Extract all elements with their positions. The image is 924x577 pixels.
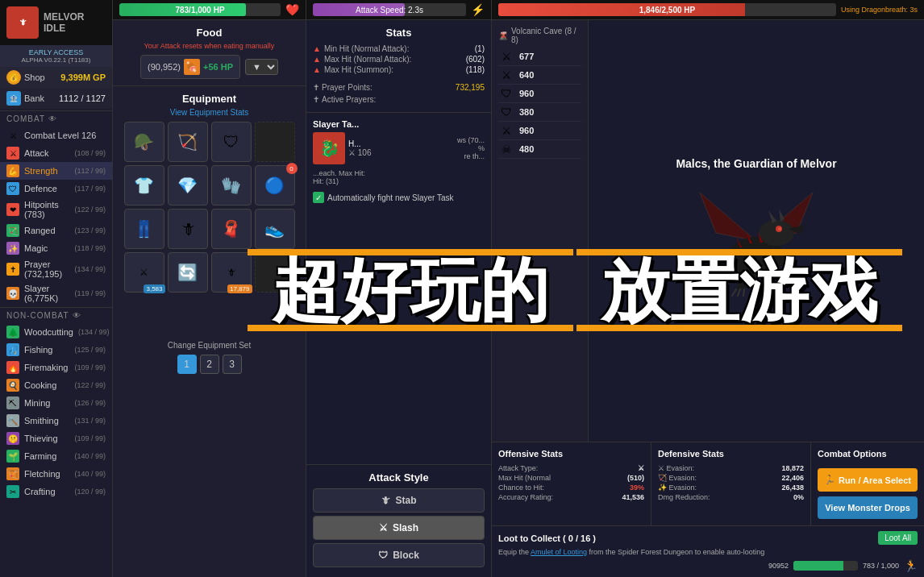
run-area-select-button[interactable]: 🏃 Run / Area Select	[818, 468, 918, 492]
set-btn-3[interactable]: 3	[223, 355, 242, 374]
slash-icon: ⚔	[379, 522, 388, 533]
equip-slot-weapon2[interactable]: 🗡 17,879	[211, 252, 252, 293]
loot-header: Loot to Collect ( 0 / 16 ) Loot All	[498, 531, 918, 545]
food-title: Food	[119, 27, 299, 39]
slayer-task-row: 🐉 H... ⚔ 106 ws (70... % re th...	[313, 132, 485, 164]
speed-icon: ⚡	[471, 3, 485, 16]
equip-slot-weapon1[interactable]: ⚔ 3,583	[124, 252, 164, 293]
loot-progress-count: 90952	[768, 562, 789, 570]
slayer-section: Slayer Ta... 🐉 H... ⚔ 106 ws (70... % re…	[306, 113, 491, 464]
sidebar-item-crafting[interactable]: ✂ Crafting (120 / 99)	[0, 483, 112, 500]
equip-slot-legs[interactable]: 👖	[124, 209, 164, 249]
sidebar-item-woodcutting[interactable]: 🌲 Woodcutting (134 / 99)	[0, 323, 112, 341]
stab-label: Stab	[395, 495, 416, 506]
attack-speed-text: Attack Speed: 2.3s	[356, 6, 423, 15]
food-dropdown[interactable]: ▼	[245, 59, 278, 75]
amulet-link[interactable]: Amulet of Looting	[531, 548, 587, 556]
enemy-info-panel: 🌋 Volcanic Cave (8 / 8) ⚔ 677 ⚔ 640 🛡 96…	[492, 20, 924, 442]
slash-button[interactable]: ⚔ Slash	[313, 516, 485, 540]
block-label: Block	[393, 550, 419, 561]
triangle-up-icon: ▲	[313, 44, 321, 53]
equip-slot-badge[interactable]: 0 🔵	[255, 165, 295, 205]
max-hit-label: ▲ Max Hit (Normal Attack):	[313, 55, 411, 64]
noncombat-section-header: NON-COMBAT 👁	[0, 307, 112, 323]
shop-button[interactable]: 💰 Shop 9,399M GP	[0, 67, 112, 88]
food-item[interactable]: (90,952) 🍖 +56 HP	[140, 55, 240, 79]
stat-row-min-hit: ▲ Min Hit (Normal Attack): (1)	[313, 44, 485, 54]
view-equipment-link[interactable]: View Equipment Stats	[119, 108, 299, 117]
prayer-label: Prayer (732,195)	[24, 259, 69, 279]
equip-slot-cape[interactable]: 🧣	[211, 209, 252, 249]
equip-slot-shield[interactable]: 🛡	[211, 122, 252, 162]
sidebar-item-magic[interactable]: ✨ Magic (118 / 99)	[0, 239, 112, 257]
fletching-icon: 🏹	[6, 467, 19, 480]
slash-label: Slash	[393, 522, 418, 533]
equip-slot-body[interactable]: 👕	[124, 165, 164, 205]
sidebar-item-mining[interactable]: ⛏ Mining (126 / 99)	[0, 394, 112, 412]
food-warning: Your Attack resets when eating manually	[119, 42, 299, 50]
bank-label: Bank	[24, 93, 56, 103]
sidebar-item-farming[interactable]: 🌱 Farming (140 / 99)	[0, 447, 112, 465]
block-button[interactable]: 🛡 Block	[313, 543, 485, 567]
middle-panel: Attack Speed: 2.3s ⚡ Stats ▲ Min Hit (No…	[306, 0, 492, 577]
panels: 783/1,000 HP ❤️ Food Your Attack resets …	[113, 0, 924, 577]
max-summon-label: ▲ Max Hit (Summon):	[313, 65, 393, 74]
ranged-icon: 🏹	[6, 224, 19, 237]
food-section: Food Your Attack resets when eating manu…	[113, 20, 306, 86]
evasion2-row: 🏹 Evasion: 22,406	[658, 473, 804, 483]
enemy-stats-left: 🌋 Volcanic Cave (8 / 8) ⚔ 677 ⚔ 640 🛡 96…	[492, 20, 589, 442]
sidebar-item-thieving[interactable]: 🤫 Thieving (109 / 99)	[0, 430, 112, 447]
attack-speed-bar: Attack Speed: 2.3s	[313, 3, 466, 16]
equip-slot-quiver[interactable]: 🗡	[168, 209, 208, 249]
smithing-label: Smithing	[24, 416, 69, 425]
equip-slot-boots[interactable]: 👟	[255, 209, 295, 249]
enemy-hp-area: 1,846/2,500 HP Using Dragonbreath: 3s	[492, 0, 924, 20]
firemaking-icon: 🔥	[6, 361, 19, 374]
defence-icon: 🛡	[6, 182, 19, 195]
dragonbreath-text: Using Dragonbreath: 3s	[841, 6, 918, 14]
sidebar-item-strength[interactable]: 💪 Strength (112 / 99)	[0, 162, 112, 180]
auto-task-checkbox[interactable]: ✓	[313, 192, 324, 203]
crafting-label: Crafting	[24, 487, 69, 496]
set-btn-1[interactable]: 1	[177, 355, 197, 374]
stab-button[interactable]: 🗡 Stab	[313, 488, 485, 513]
fletching-label: Fletching	[24, 469, 69, 479]
attack-speed-area: Attack Speed: 2.3s ⚡	[306, 0, 491, 20]
loot-all-button[interactable]: Loot All	[878, 531, 918, 545]
defensive-stats-title: Defensive Stats	[658, 449, 804, 459]
auto-task-row[interactable]: ✓ Automatically fight new Slayer Task	[313, 189, 485, 206]
equipment-title: Equipment	[119, 93, 299, 105]
equip-slot-passive[interactable]: 🔄	[168, 252, 208, 293]
sidebar-item-slayer[interactable]: 💀 Slayer (6,775K) (119 / 99)	[0, 281, 112, 305]
enemy-stat-6: ☠ 480	[498, 140, 581, 159]
equip-slot-amulet[interactable]: 💎	[168, 165, 208, 205]
sidebar-item-firemaking[interactable]: 🔥 Firemaking (109 / 99)	[0, 359, 112, 376]
view-monster-drops-button[interactable]: View Monster Drops	[818, 496, 918, 519]
block-icon: 🛡	[378, 550, 388, 561]
bank-button[interactable]: 🏦 Bank 1112 / 1127	[0, 88, 112, 109]
weapon2-count: 17,879	[227, 284, 252, 293]
equip-slot-gloves[interactable]: 🧤	[211, 165, 252, 205]
sidebar-item-cooking[interactable]: 🍳 Cooking (122 / 99)	[0, 376, 112, 394]
chance-label: Chance to Hit:	[498, 484, 544, 492]
sidebar-item-fletching[interactable]: 🏹 Fletching (140 / 99)	[0, 465, 112, 483]
evasion3-icon: ✨	[658, 484, 667, 492]
sidebar-item-hitpoints[interactable]: ❤ Hitpoints (783) (122 / 99)	[0, 197, 112, 222]
enemy-bottom-stats: Offensive Stats Attack Type: ⚔ Max Hit (…	[492, 442, 924, 525]
sidebar-item-attack[interactable]: ⚔ Attack (108 / 99)	[0, 144, 112, 162]
logo-text: MELVOR IDLE	[44, 11, 84, 35]
sidebar-item-smithing[interactable]: 🔨 Smithing (131 / 99)	[0, 412, 112, 430]
equip-slot-helm[interactable]: 🪖	[124, 122, 164, 162]
hitpoints-label: Hitpoints (783)	[24, 200, 69, 219]
set-btn-2[interactable]: 2	[200, 355, 219, 374]
sidebar-item-fishing[interactable]: 🎣 Fishing (125 / 99)	[0, 341, 112, 359]
equip-slot-empty1	[255, 122, 295, 162]
max-hit-value: (602)	[466, 55, 485, 64]
sidebar-item-defence[interactable]: 🛡 Defence (117 / 99)	[0, 180, 112, 197]
early-access-label: EARLY ACCESS ALPHA V0.22.1 (T1183)	[0, 45, 112, 67]
equip-slot-weapon-top[interactable]: 🏹	[168, 122, 208, 162]
sidebar-item-prayer[interactable]: ✝ Prayer (732,195) (134 / 99)	[0, 257, 112, 281]
enemy-poison: 480	[519, 144, 534, 154]
mining-icon: ⛏	[6, 396, 19, 409]
sidebar-item-ranged[interactable]: 🏹 Ranged (123 / 99)	[0, 222, 112, 239]
